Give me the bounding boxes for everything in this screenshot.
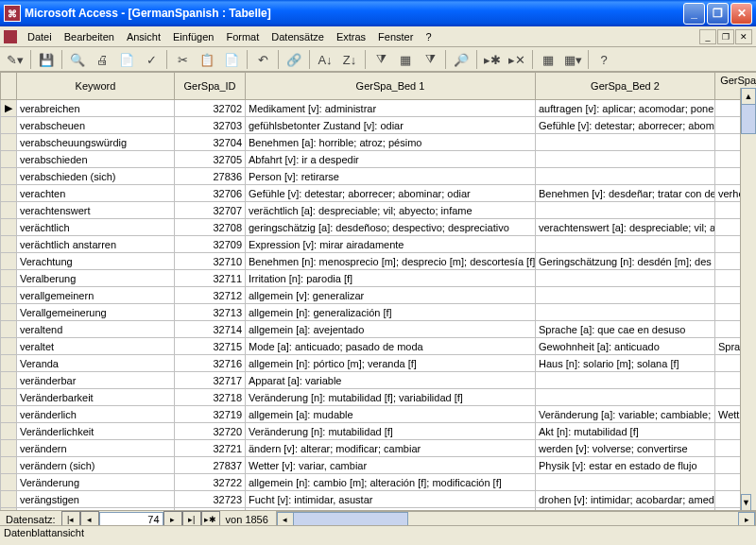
filter-sel-icon[interactable]: ⧩ <box>369 48 392 71</box>
doc-icon <box>4 30 17 43</box>
filter-form-icon[interactable]: ▦ <box>394 48 417 71</box>
app-icon: ⌘ <box>4 5 21 22</box>
menu-datensaetze[interactable]: Datensätze <box>266 29 330 44</box>
new-obj-icon[interactable]: ▦▾ <box>561 48 584 71</box>
cut-icon[interactable]: ✂ <box>171 48 194 71</box>
select-all-cell[interactable] <box>1 73 17 74</box>
col-id[interactable]: GerSpa_ID <box>175 73 246 74</box>
menu-datei[interactable]: Datei <box>22 29 58 44</box>
sort-asc-icon[interactable]: A↓ <box>314 48 336 71</box>
print-icon[interactable]: 🖨 <box>91 48 113 71</box>
paste-icon[interactable]: 📄 <box>220 48 243 71</box>
data-grid: Keyword GerSpa_ID GerSpa_Bed 1 GerSpa_Be… <box>0 71 756 73</box>
view-icon[interactable]: ✎▾ <box>4 48 26 71</box>
filter-toggle-icon[interactable]: ⧩ <box>419 48 441 71</box>
maximize-button[interactable]: ❐ <box>707 3 729 25</box>
menu-einfuegen[interactable]: Einfügen <box>167 29 219 44</box>
menu-ansicht[interactable]: Ansicht <box>121 29 166 44</box>
db-window-icon[interactable]: ▦ <box>537 48 559 71</box>
window-title: Microsoft Access - [GermanSpanish : Tabe… <box>25 7 683 20</box>
minimize-button[interactable]: _ <box>683 3 705 25</box>
copy-icon[interactable]: 📋 <box>196 48 218 71</box>
find-icon[interactable]: 🔎 <box>450 48 472 71</box>
spell-icon[interactable]: ✓ <box>140 48 163 71</box>
search-file-icon[interactable]: 🔍 <box>66 48 89 71</box>
col-bed3[interactable]: GerSpa_Bed 3 <box>715 73 757 74</box>
menu-bearbeiten[interactable]: Bearbeiten <box>59 29 120 44</box>
save-icon[interactable]: 💾 <box>35 48 58 71</box>
help-icon[interactable]: ? <box>593 48 615 71</box>
menu-bar: Datei Bearbeiten Ansicht Einfügen Format… <box>0 26 756 47</box>
preview-icon[interactable]: 📄 <box>115 48 138 71</box>
new-rec-icon[interactable]: ▸✱ <box>481 48 504 71</box>
mdi-close-button[interactable]: ✕ <box>735 29 752 44</box>
col-keyword[interactable]: Keyword <box>17 73 175 74</box>
menu-fenster[interactable]: Fenster <box>372 29 419 44</box>
mdi-minimize-button[interactable]: _ <box>699 29 716 44</box>
toolbar: ✎▾ 💾 🔍 🖨 📄 ✓ ✂ 📋 📄 ↶ 🔗 A↓ Z↓ ⧩ ▦ ⧩ 🔎 ▸✱ … <box>0 47 756 73</box>
col-bed2[interactable]: GerSpa_Bed 2 <box>536 73 715 74</box>
menu-format[interactable]: Format <box>220 29 265 44</box>
col-bed1[interactable]: GerSpa_Bed 1 <box>246 73 536 74</box>
undo-icon[interactable]: ↶ <box>251 48 274 71</box>
title-bar: ⌘ Microsoft Access - [GermanSpanish : Ta… <box>0 0 756 26</box>
mdi-restore-button[interactable]: ❐ <box>717 29 734 44</box>
link-icon[interactable]: 🔗 <box>283 48 305 71</box>
close-button[interactable]: ✕ <box>730 3 752 25</box>
menu-help[interactable]: ? <box>420 29 437 44</box>
menu-extras[interactable]: Extras <box>331 29 371 44</box>
sort-desc-icon[interactable]: Z↓ <box>338 48 361 71</box>
del-rec-icon[interactable]: ▸✕ <box>506 48 528 71</box>
